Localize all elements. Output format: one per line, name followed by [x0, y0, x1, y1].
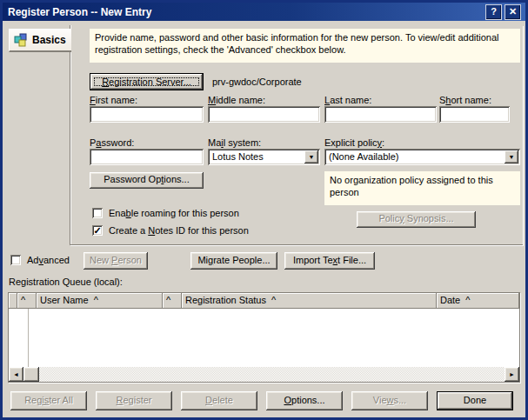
titlebar-buttons: ? ✕ — [485, 4, 525, 20]
close-button[interactable]: ✕ — [505, 4, 521, 20]
registration-server-value: prv-gwdoc/Corporate — [212, 77, 302, 87]
middle-name-label: Middle name: — [208, 95, 265, 105]
scroll-left-icon[interactable]: ◄ — [9, 367, 23, 382]
tab-basics-label: Basics — [32, 34, 66, 46]
queue-column-header-3[interactable]: ^ — [163, 293, 182, 309]
registration-queue-label: Registration Queue (local): — [9, 277, 123, 287]
queue-body-divider — [28, 309, 29, 367]
policy-infobox: No organization policy assigned to this … — [324, 171, 520, 205]
password-options-button[interactable]: Password Options... — [90, 172, 204, 189]
delete-button-label: Delete — [205, 395, 233, 405]
done-button[interactable]: Done — [437, 391, 513, 410]
window-title: Register Person -- New Entry — [8, 6, 151, 18]
explicit-policy-label: Explicit policy: — [324, 137, 384, 148]
advanced-label[interactable]: Advanced — [27, 255, 70, 265]
scrollbar-thumb[interactable] — [23, 367, 39, 382]
tab-basics[interactable]: Basics — [9, 29, 71, 52]
queue-column-header-4[interactable]: Registration Status ^ — [182, 293, 437, 309]
scroll-right-icon[interactable]: ► — [505, 367, 519, 382]
first-name-label: First name: — [90, 95, 137, 105]
register-person-dialog: Register Person -- New Entry ? ✕ Basics … — [0, 0, 528, 420]
queue-body[interactable] — [9, 309, 519, 367]
views-button-label: Views... — [373, 395, 406, 405]
help-button[interactable]: ? — [485, 4, 502, 20]
password-options-button-label: Password Options... — [104, 174, 189, 184]
queue-column-header-0[interactable] — [9, 293, 17, 309]
options-button[interactable]: Options... — [266, 391, 343, 410]
explicit-policy-select[interactable]: (None Available) ▼ — [324, 149, 520, 165]
migrate-people-button[interactable]: Migrate People... — [190, 252, 277, 270]
short-name-label: Short name: — [439, 95, 491, 105]
queue-header: ^User Name ^^Registration Status ^Date ^ — [9, 293, 519, 309]
title-bar[interactable]: Register Person -- New Entry ? ✕ — [3, 3, 525, 21]
explicit-policy-dropdown-icon[interactable]: ▼ — [505, 150, 518, 163]
short-name-field[interactable] — [439, 106, 510, 123]
enable-roaming-checkbox[interactable] — [92, 208, 103, 218]
new-person-button-label: New Person — [90, 255, 142, 265]
scrollbar-track[interactable] — [39, 367, 505, 382]
mail-system-select[interactable]: Lotus Notes ▼ — [208, 149, 320, 165]
create-notes-id-label[interactable]: Create a Notes ID for this person — [109, 225, 249, 236]
queue-column-header-5[interactable]: Date ^ — [437, 293, 519, 309]
import-text-file-button-label: Import Text File... — [293, 255, 366, 265]
options-button-label: Options... — [284, 395, 324, 405]
registration-queue-table: ^User Name ^^Registration Status ^Date ^… — [8, 292, 520, 383]
delete-button: Delete — [181, 391, 257, 410]
queue-column-header-1[interactable]: ^ — [17, 293, 37, 309]
last-name-label: Last name: — [324, 95, 371, 105]
register-all-button: Register All — [10, 391, 87, 410]
password-label: Password: — [90, 137, 134, 148]
new-person-button: New Person — [84, 252, 148, 270]
mail-system-value: Lotus Notes — [212, 151, 264, 162]
first-name-field[interactable] — [90, 106, 204, 123]
import-text-file-button[interactable]: Import Text File... — [284, 252, 375, 270]
last-name-field[interactable] — [324, 106, 437, 123]
queue-column-header-2[interactable]: User Name ^ — [37, 293, 163, 309]
migrate-people-button-label: Migrate People... — [197, 255, 270, 265]
enable-roaming-label[interactable]: Enable roaming for this person — [109, 208, 239, 218]
done-button-label: Done — [464, 395, 486, 405]
register-all-button-label: Register All — [24, 395, 73, 405]
policy-synopsis-button: Policy Synopsis... — [357, 211, 476, 228]
middle-name-field[interactable] — [208, 106, 320, 123]
basics-cubes-icon — [14, 33, 28, 47]
views-button: Views... — [351, 391, 428, 410]
register-button-label: Register — [117, 395, 152, 405]
explicit-policy-value: (None Available) — [329, 151, 399, 162]
registration-server-button[interactable]: Registration Server... — [90, 73, 204, 90]
mail-system-label: Mail system: — [208, 137, 261, 148]
mail-system-dropdown-icon[interactable]: ▼ — [304, 150, 318, 163]
register-button: Register — [96, 391, 172, 410]
focus-rectangle — [94, 77, 199, 86]
queue-horizontal-scrollbar[interactable]: ◄ ► — [9, 367, 519, 382]
password-field[interactable] — [90, 149, 204, 165]
policy-synopsis-button-label: Policy Synopsis... — [378, 213, 453, 223]
create-notes-id-checkbox[interactable]: ✓ — [92, 225, 103, 236]
advanced-checkbox[interactable] — [10, 255, 21, 265]
intro-infobox: Provide name, password and other basic i… — [90, 29, 520, 63]
